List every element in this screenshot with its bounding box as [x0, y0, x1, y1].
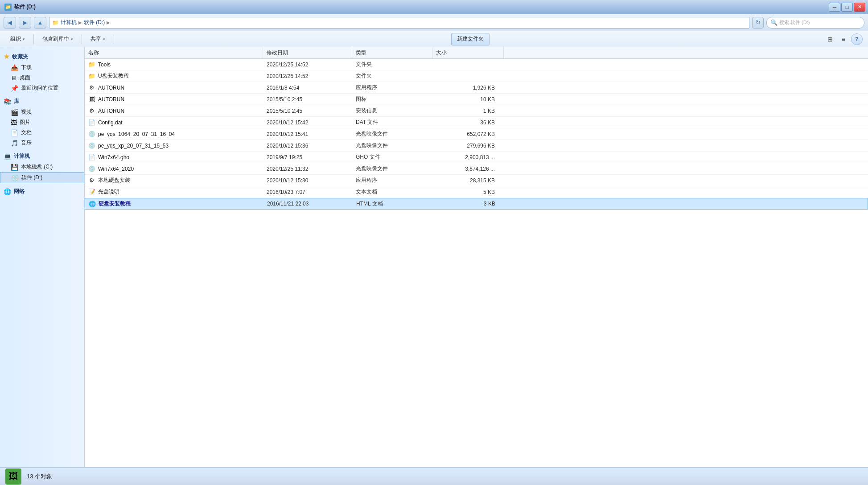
- file-modified: 2015/5/10 2:45: [263, 96, 352, 103]
- file-row[interactable]: ⚙AUTORUN2016/1/8 4:54应用程序1,926 KB: [85, 82, 868, 94]
- sidebar-section-computer: 💻 计算机 💾 本地磁盘 (C:) 💿 软件 (D:): [0, 151, 84, 183]
- file-name: Tools: [98, 62, 111, 68]
- help-button[interactable]: ?: [851, 33, 863, 45]
- sidebar-computer-header[interactable]: 💻 计算机: [0, 151, 84, 162]
- breadcrumb-drive[interactable]: 软件 (D:): [84, 19, 105, 26]
- include-arrow: ▾: [71, 37, 73, 41]
- file-name-cell: 📁Tools: [85, 61, 263, 68]
- drive-c-icon: 💾: [11, 164, 18, 171]
- file-type: 光盘映像文件: [352, 130, 432, 138]
- file-modified: 2016/10/23 7:07: [263, 189, 352, 195]
- file-size: 28,315 KB: [432, 177, 504, 184]
- file-icon: ⚙: [88, 177, 95, 184]
- sidebar-favorites-header[interactable]: ★ 收藏夹: [0, 51, 84, 62]
- file-size: 5 KB: [432, 189, 504, 195]
- sidebar-item-pictures[interactable]: 🖼 图片: [0, 117, 84, 127]
- sidebar-item-local-c[interactable]: 💾 本地磁盘 (C:): [0, 162, 84, 172]
- file-modified: 2020/12/25 11:32: [263, 166, 352, 172]
- file-row[interactable]: 📄Config.dat2020/10/12 15:42DAT 文件36 KB: [85, 117, 868, 128]
- titlebar-left: 📁 软件 (D:): [4, 3, 36, 11]
- file-row[interactable]: 📄Win7x64.gho2019/9/7 19:25GHO 文件2,900,81…: [85, 152, 868, 163]
- organize-arrow: ▾: [23, 37, 25, 41]
- sidebar-item-desktop[interactable]: 🖥 桌面: [0, 73, 84, 83]
- computer-label: 计算机: [14, 152, 30, 160]
- sidebar-item-videos[interactable]: 🎬 视频: [0, 107, 84, 117]
- file-row[interactable]: ⚙AUTORUN2015/5/10 2:45安装信息1 KB: [85, 105, 868, 117]
- file-row[interactable]: 🌐硬盘安装教程2016/11/21 22:03HTML 文档3 KB: [85, 198, 868, 210]
- breadcrumb-computer[interactable]: 计算机: [61, 19, 77, 26]
- toolbar-separator-2: [82, 34, 82, 44]
- folder-icon: 📁: [52, 20, 59, 26]
- downloads-label: 下载: [21, 64, 32, 71]
- file-name: AUTORUN: [98, 96, 124, 103]
- forward-button[interactable]: ▶: [19, 17, 31, 29]
- status-count: 13 个对象: [27, 473, 52, 481]
- file-modified: 2020/12/25 14:52: [263, 73, 352, 79]
- file-type: 光盘映像文件: [352, 142, 432, 149]
- file-name-cell: 💿Win7x64_2020: [85, 165, 263, 173]
- file-row[interactable]: 📁U盘安装教程2020/12/25 14:52文件夹: [85, 70, 868, 82]
- file-row[interactable]: 💿pe_yqs_xp_20_07_31_15_532020/10/12 15:3…: [85, 140, 868, 152]
- breadcrumb-end-arrow: ▶: [107, 20, 110, 25]
- breadcrumb[interactable]: 📁 计算机 ▶ 软件 (D:) ▶: [49, 17, 749, 29]
- computer-icon: 💻: [4, 153, 11, 160]
- organize-button[interactable]: 组织 ▾: [5, 33, 30, 45]
- file-name: Win7x64_2020: [98, 166, 134, 172]
- music-label: 音乐: [21, 139, 32, 147]
- column-modified[interactable]: 修改日期: [263, 47, 352, 58]
- file-icon: ⚙: [88, 84, 95, 91]
- file-name: U盘安装教程: [98, 72, 129, 80]
- file-size: 3,874,126 ...: [432, 166, 504, 172]
- share-button[interactable]: 共享 ▾: [86, 33, 110, 45]
- view-options-button[interactable]: ⊞: [824, 33, 836, 45]
- close-button[interactable]: ✕: [854, 3, 865, 12]
- minimize-button[interactable]: ─: [829, 3, 840, 12]
- file-size: 1,926 KB: [432, 85, 504, 91]
- file-icon: 📄: [88, 119, 95, 126]
- column-size[interactable]: 大小: [432, 47, 504, 58]
- back-button[interactable]: ◀: [4, 17, 16, 29]
- file-row[interactable]: 🖼AUTORUN2015/5/10 2:45图标10 KB: [85, 94, 868, 105]
- videos-label: 视频: [21, 108, 32, 116]
- file-size: 279,696 KB: [432, 143, 504, 149]
- refresh-button[interactable]: ↻: [752, 17, 764, 29]
- include-library-button[interactable]: 包含到库中 ▾: [37, 33, 78, 45]
- file-size: 36 KB: [432, 119, 504, 126]
- file-icon: 📁: [88, 61, 95, 68]
- file-list-header: 名称 修改日期 类型 大小: [85, 47, 868, 59]
- toolbar-separator-1: [33, 34, 34, 44]
- search-bar[interactable]: 🔍 搜索 软件 (D:): [766, 17, 864, 29]
- file-type: 图标: [352, 95, 432, 103]
- new-folder-button[interactable]: 新建文件夹: [451, 33, 490, 45]
- file-name-cell: ⚙AUTORUN: [85, 107, 263, 115]
- sidebar-network-header[interactable]: 🌐 网络: [0, 186, 84, 197]
- file-row[interactable]: 📁Tools2020/12/25 14:52文件夹: [85, 59, 868, 70]
- file-row[interactable]: 📝光盘说明2016/10/23 7:07文本文档5 KB: [85, 186, 868, 198]
- sidebar-item-music[interactable]: 🎵 音乐: [0, 138, 84, 148]
- file-row[interactable]: ⚙本地硬盘安装2020/10/12 15:30应用程序28,315 KB: [85, 175, 868, 186]
- view-list-button[interactable]: ≡: [838, 33, 849, 45]
- search-icon: 🔍: [770, 19, 777, 26]
- toolbar-separator-3: [114, 34, 114, 44]
- file-row[interactable]: 💿Win7x64_20202020/12/25 11:32光盘映像文件3,874…: [85, 163, 868, 175]
- file-name: AUTORUN: [98, 85, 124, 91]
- sidebar-item-recent[interactable]: 📌 最近访问的位置: [0, 83, 84, 93]
- file-name-cell: 🌐硬盘安装教程: [85, 200, 263, 208]
- file-name-cell: 🖼AUTORUN: [85, 96, 263, 103]
- file-row[interactable]: 💿pe_yqs_1064_20_07_31_16_042020/10/12 15…: [85, 128, 868, 140]
- sidebar-item-software-d[interactable]: 💿 软件 (D:): [0, 172, 84, 183]
- star-icon: ★: [4, 53, 9, 61]
- file-modified: 2020/10/12 15:42: [263, 119, 352, 126]
- maximize-button[interactable]: □: [841, 3, 853, 12]
- file-icon: 💿: [88, 165, 95, 173]
- file-type: 应用程序: [352, 177, 432, 184]
- file-name-cell: 📄Config.dat: [85, 119, 263, 126]
- sidebar-library-header[interactable]: 📚 库: [0, 96, 84, 107]
- column-name[interactable]: 名称: [85, 47, 263, 58]
- sidebar-item-documents[interactable]: 📄 文档: [0, 127, 84, 138]
- folder-icon: 📥: [11, 64, 18, 71]
- file-name: pe_yqs_1064_20_07_31_16_04: [98, 131, 175, 137]
- column-type[interactable]: 类型: [352, 47, 432, 58]
- sidebar-item-downloads[interactable]: 📥 下载: [0, 62, 84, 73]
- up-button[interactable]: ▲: [34, 17, 46, 29]
